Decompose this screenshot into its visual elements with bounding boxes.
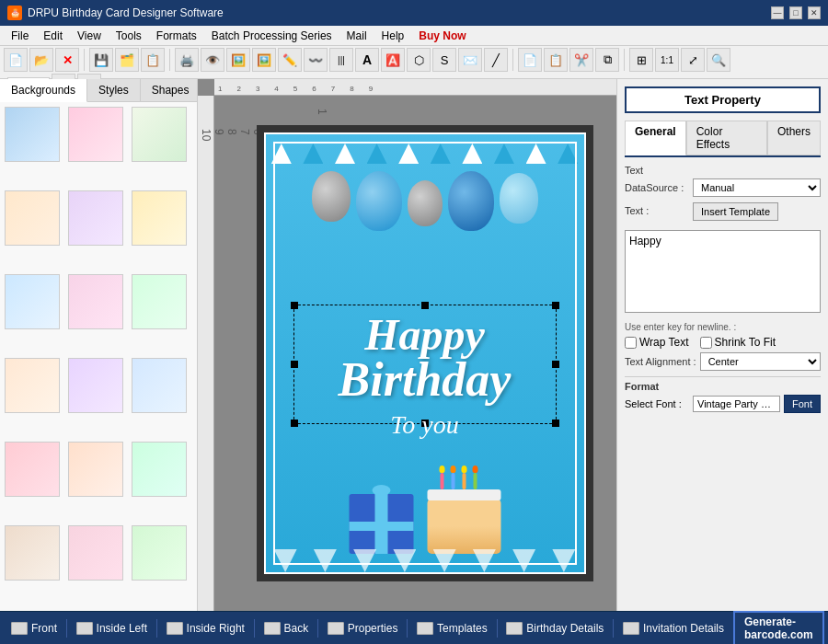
toolbar-paste[interactable]: 📋 bbox=[544, 48, 568, 72]
menu-mail[interactable]: Mail bbox=[339, 28, 374, 44]
toolbar-draw[interactable]: ✏️ bbox=[278, 48, 302, 72]
thumb-4[interactable] bbox=[5, 190, 60, 246]
thumb-7[interactable] bbox=[5, 274, 60, 329]
toolbar-line[interactable]: ╱ bbox=[484, 48, 508, 72]
menu-tools[interactable]: Tools bbox=[109, 28, 149, 44]
bottom-front[interactable]: Front bbox=[4, 619, 64, 638]
toolbar-image[interactable]: 🖼️ bbox=[252, 48, 276, 72]
thumb-9[interactable] bbox=[132, 274, 187, 329]
toolbar-signature[interactable]: S bbox=[432, 48, 456, 72]
thumb-2[interactable] bbox=[68, 107, 123, 162]
flag bbox=[462, 144, 482, 164]
thumb-18[interactable] bbox=[132, 525, 187, 581]
tab-shapes[interactable]: Shapes bbox=[141, 79, 198, 101]
toolbar-saveas2[interactable]: 📋 bbox=[141, 48, 165, 72]
toolbar-shape[interactable]: ⬡ bbox=[407, 48, 431, 72]
bottom-properties[interactable]: Properties bbox=[320, 619, 406, 638]
toolbar-preview[interactable]: 👁️ bbox=[201, 48, 224, 72]
thumb-14[interactable] bbox=[68, 442, 123, 497]
thumb-1[interactable] bbox=[5, 107, 60, 162]
tab-general[interactable]: General bbox=[625, 121, 686, 155]
alignment-row: Text Alignment : Left Center Right Justi… bbox=[625, 352, 821, 371]
toolbar-email[interactable]: ✉️ bbox=[458, 48, 482, 72]
toolbar-wordart[interactable]: 🅰️ bbox=[381, 48, 405, 72]
toolbar-close[interactable]: ✕ bbox=[55, 48, 79, 72]
tab-styles[interactable]: Styles bbox=[87, 79, 141, 101]
handle-tr[interactable] bbox=[552, 302, 559, 309]
menu-help[interactable]: Help bbox=[374, 28, 412, 44]
thumb-15[interactable] bbox=[132, 442, 187, 497]
font-button[interactable]: Font bbox=[784, 395, 821, 413]
shrink-fit-input[interactable] bbox=[700, 337, 712, 349]
toolbar-save[interactable]: 💾 bbox=[89, 48, 113, 72]
toolbar-saveas[interactable]: 🗂️ bbox=[115, 48, 139, 72]
toolbar-actual[interactable]: 1:1 bbox=[655, 48, 679, 72]
thumb-12[interactable] bbox=[132, 358, 187, 413]
window-controls[interactable]: — □ ✕ bbox=[771, 6, 821, 19]
toolbar-barcode[interactable]: ||| bbox=[329, 48, 353, 72]
bottom-invitation-details[interactable]: Invitation Details bbox=[615, 619, 731, 638]
datasource-select[interactable]: Manual Database Sequential bbox=[693, 178, 821, 197]
toolbar-dup[interactable]: ⧉ bbox=[595, 48, 619, 72]
bottom-birthday-details[interactable]: Birthday Details bbox=[499, 619, 611, 638]
wrap-text-checkbox[interactable]: Wrap Text bbox=[625, 336, 689, 349]
font-label: Select Font : bbox=[625, 398, 689, 409]
alignment-select[interactable]: Left Center Right Justify bbox=[700, 352, 821, 371]
invitation-details-icon bbox=[623, 622, 639, 635]
toolbar-zoomin[interactable]: 🔍 bbox=[707, 48, 730, 72]
minimize-button[interactable]: — bbox=[771, 6, 784, 19]
tab-backgrounds[interactable]: Backgrounds bbox=[0, 79, 87, 102]
toolbar: 📄 📂 ✕ 💾 🗂️ 📋 🖨️ 👁️ 🖼️ 🖼️ ✏️ 〰️ ||| A 🅰️ … bbox=[0, 46, 828, 79]
menu-batch[interactable]: Batch Processing Series bbox=[204, 28, 339, 44]
maximize-button[interactable]: □ bbox=[789, 6, 802, 19]
text-content-area[interactable]: Happy bbox=[625, 230, 821, 313]
menu-view[interactable]: View bbox=[70, 28, 109, 44]
bottom-inside-right[interactable]: Inside Right bbox=[159, 619, 252, 638]
menu-formats[interactable]: Formats bbox=[149, 28, 204, 44]
card-inner[interactable]: Happy Birthday To you bbox=[264, 132, 586, 574]
tab-others[interactable]: Others bbox=[767, 121, 821, 155]
canvas-area: 1 2 3 4 5 6 7 8 9 12345678910 bbox=[198, 79, 616, 611]
toolbar-copy[interactable]: 📄 bbox=[518, 48, 542, 72]
toolbar-grid[interactable]: ⊞ bbox=[629, 48, 653, 72]
bottom-templates[interactable]: Templates bbox=[409, 619, 495, 638]
menu-buynow[interactable]: Buy Now bbox=[411, 28, 473, 44]
shrink-fit-checkbox[interactable]: Shrink To Fit bbox=[700, 336, 776, 349]
bottom-back[interactable]: Back bbox=[257, 619, 316, 638]
bottom-inside-left[interactable]: Inside Left bbox=[69, 619, 155, 638]
thumb-3[interactable] bbox=[132, 107, 187, 162]
menu-edit[interactable]: Edit bbox=[36, 28, 70, 44]
birthday-cake bbox=[427, 499, 500, 554]
thumb-10[interactable] bbox=[5, 358, 60, 413]
cake-top bbox=[427, 489, 500, 500]
ruler-tick: 9 bbox=[369, 85, 373, 93]
close-button[interactable]: ✕ bbox=[808, 6, 821, 19]
insert-template-button[interactable]: Insert Template bbox=[693, 202, 778, 221]
toolbar-open[interactable]: 📂 bbox=[29, 48, 53, 72]
wrap-text-input[interactable] bbox=[625, 337, 637, 349]
thumb-13[interactable] bbox=[5, 442, 60, 497]
menu-file[interactable]: File bbox=[4, 28, 36, 44]
text-field-label: Text : bbox=[625, 202, 689, 216]
toolbar-cut[interactable]: ✂️ bbox=[569, 48, 593, 72]
thumb-16[interactable] bbox=[5, 525, 60, 581]
thumb-8[interactable] bbox=[68, 274, 123, 329]
thumb-11[interactable] bbox=[68, 358, 123, 413]
toolbar-new[interactable]: 📄 bbox=[4, 48, 28, 72]
properties-icon bbox=[328, 622, 344, 635]
toolbar-bg[interactable]: 🖼️ bbox=[226, 48, 250, 72]
thumb-17[interactable] bbox=[68, 525, 123, 581]
toolbar-curve[interactable]: 〰️ bbox=[304, 48, 328, 72]
toolbar-print[interactable]: 🖨️ bbox=[175, 48, 199, 72]
left-panel: Backgrounds Styles Shapes bbox=[0, 79, 198, 611]
toolbar-fit[interactable]: ⤢ bbox=[681, 48, 705, 72]
handle-tl[interactable] bbox=[291, 302, 298, 309]
toolbar-text[interactable]: A bbox=[355, 48, 379, 72]
thumb-6[interactable] bbox=[132, 190, 187, 246]
handle-tm[interactable] bbox=[421, 302, 429, 309]
ruler-tick: 5 bbox=[293, 85, 297, 93]
tab-coloreffects[interactable]: Color Effects bbox=[686, 121, 767, 155]
bottom-triangles bbox=[266, 549, 584, 572]
thumb-5[interactable] bbox=[68, 190, 123, 246]
inside-right-icon bbox=[167, 622, 183, 635]
